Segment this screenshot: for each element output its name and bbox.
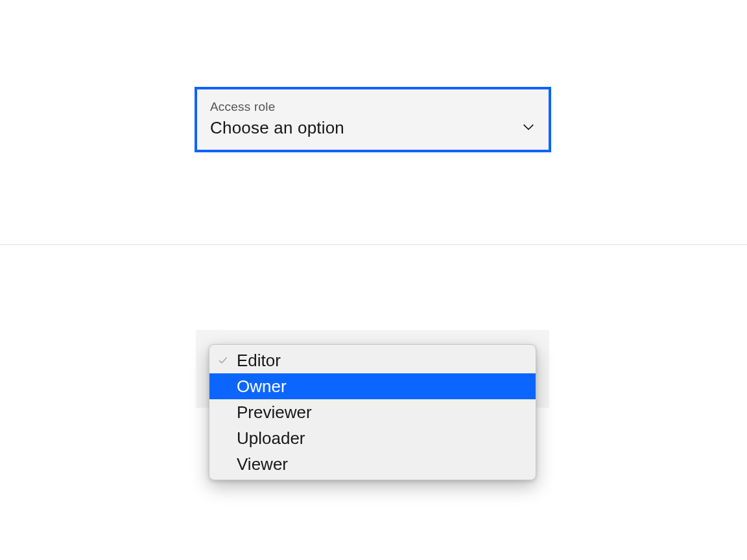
option-label: Editor: [237, 351, 528, 371]
option-editor[interactable]: Editor: [209, 347, 536, 373]
option-label: Owner: [237, 377, 528, 397]
option-viewer[interactable]: Viewer: [209, 451, 536, 477]
option-previewer[interactable]: Previewer: [209, 399, 536, 425]
access-role-dropdown[interactable]: Access role Choose an option: [195, 87, 551, 152]
dropdown-text-group: Access role Choose an option: [210, 100, 344, 138]
option-owner[interactable]: Owner: [209, 373, 536, 399]
dropdown-placeholder: Choose an option: [210, 118, 344, 138]
option-label: Viewer: [237, 454, 528, 474]
chevron-down-icon: [521, 120, 536, 134]
option-uploader[interactable]: Uploader: [209, 425, 536, 451]
option-label: Previewer: [237, 402, 528, 423]
option-label: Uploader: [237, 428, 528, 449]
checkmark-icon: [216, 355, 230, 366]
select-menu[interactable]: Editor Owner Previewer Uploader Viewer: [209, 344, 536, 480]
section-divider: [0, 244, 747, 245]
dropdown-label: Access role: [210, 100, 344, 114]
